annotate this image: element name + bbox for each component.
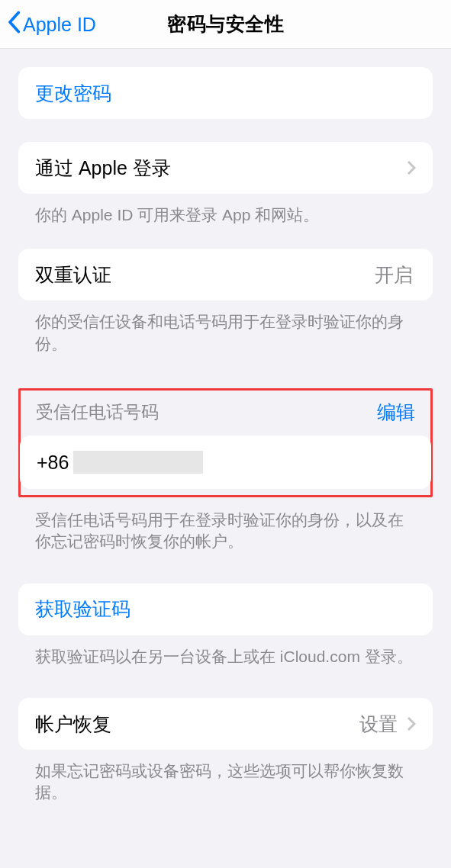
get-code-row[interactable]: 获取验证码 <box>18 583 433 635</box>
two-factor-row[interactable]: 双重认证 开启 <box>18 249 433 301</box>
card: +86 <box>20 436 431 489</box>
get-code-label: 获取验证码 <box>35 596 416 622</box>
card: 获取验证码 <box>18 583 433 635</box>
back-label: Apple ID <box>23 14 96 36</box>
chevron-right-icon <box>407 160 416 175</box>
group-account-recovery: 帐户恢复 设置 如果忘记密码或设备密码，这些选项可以帮你恢复数据。 <box>18 698 433 804</box>
back-button[interactable]: Apple ID <box>6 0 96 49</box>
chevron-right-icon <box>407 716 416 731</box>
two-factor-footer: 你的受信任设备和电话号码用于在登录时验证你的身份。 <box>18 311 433 355</box>
card: 更改密码 <box>18 67 433 119</box>
sign-in-apple-row[interactable]: 通过 Apple 登录 <box>18 142 433 194</box>
two-factor-value: 开启 <box>375 262 413 288</box>
trusted-numbers-header: 受信任电话号码 编辑 <box>21 397 430 436</box>
nav-header: Apple ID 密码与安全性 <box>0 0 451 49</box>
group-sign-in-apple: 通过 Apple 登录 你的 Apple ID 可用来登录 App 和网站。 <box>18 142 433 226</box>
get-code-footer: 获取验证码以在另一台设备上或在 iCloud.com 登录。 <box>18 646 433 667</box>
account-recovery-row[interactable]: 帐户恢复 设置 <box>18 698 433 750</box>
edit-button[interactable]: 编辑 <box>377 400 415 425</box>
trusted-numbers-highlight: 受信任电话号码 编辑 +86 <box>18 388 433 497</box>
card: 帐户恢复 设置 <box>18 698 433 750</box>
trusted-phone-row[interactable]: +86 <box>20 436 431 489</box>
two-factor-label: 双重认证 <box>35 262 375 288</box>
trusted-numbers-title: 受信任电话号码 <box>36 400 159 424</box>
account-recovery-footer: 如果忘记密码或设备密码，这些选项可以帮你恢复数据。 <box>18 760 433 804</box>
change-password-label: 更改密码 <box>35 81 416 106</box>
sign-in-apple-footer: 你的 Apple ID 可用来登录 App 和网站。 <box>18 204 433 226</box>
phone-prefix: +86 <box>37 452 69 474</box>
content: 更改密码 通过 Apple 登录 你的 Apple ID 可用来登录 App 和… <box>0 67 451 804</box>
phone-redacted <box>73 451 203 474</box>
account-recovery-label: 帐户恢复 <box>35 712 359 737</box>
account-recovery-value: 设置 <box>359 712 398 737</box>
card: 双重认证 开启 <box>18 249 433 301</box>
card: 通过 Apple 登录 <box>18 142 433 194</box>
group-get-code: 获取验证码 获取验证码以在另一台设备上或在 iCloud.com 登录。 <box>18 583 433 667</box>
chevron-left-icon <box>6 11 23 38</box>
sign-in-apple-label: 通过 Apple 登录 <box>35 156 401 181</box>
trusted-numbers-footer: 受信任电话号码用于在登录时验证你的身份，以及在你忘记密码时恢复你的帐户。 <box>18 510 433 553</box>
group-change-password: 更改密码 <box>18 67 433 119</box>
change-password-row[interactable]: 更改密码 <box>18 67 433 119</box>
group-two-factor: 双重认证 开启 你的受信任设备和电话号码用于在登录时验证你的身份。 <box>18 249 433 355</box>
